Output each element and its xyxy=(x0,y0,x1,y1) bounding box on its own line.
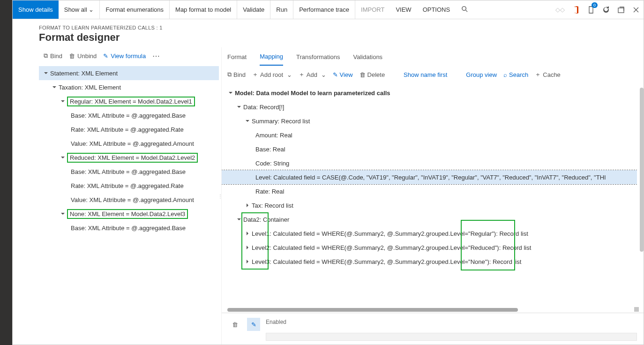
cmd-validate[interactable]: Validate xyxy=(237,0,270,19)
close-icon[interactable] xyxy=(629,0,644,19)
tree-node[interactable]: Rate: XML Attribute = @.aggregated.Rate xyxy=(39,179,219,193)
bind-button[interactable]: ⧉Bind xyxy=(227,71,246,78)
tree-node-level1[interactable]: Level1: Calculated field = WHERE(@.Summa… xyxy=(222,226,637,240)
tree-node-level[interactable]: Level: Calculated field = CASE(@.Code, "… xyxy=(222,170,637,184)
plus-icon: ＋ xyxy=(299,70,305,79)
tree-node-tax[interactable]: Tax: Record list xyxy=(222,198,637,212)
chevron-down-icon: ⌄ xyxy=(89,6,94,13)
bind-button[interactable]: ⧉Bind xyxy=(44,52,62,60)
cmd-options[interactable]: OPTIONS xyxy=(417,0,456,19)
tab-format[interactable]: Format xyxy=(227,49,247,65)
tree-node[interactable]: Base: XML Attribute = @.aggregated.Base xyxy=(39,221,219,235)
tree-node-reduced[interactable]: Reduced: XML Element = Model.Data2.Level… xyxy=(39,150,219,165)
tree-node-none[interactable]: None: XML Element = Model.Data2.Level3 xyxy=(39,207,219,221)
add-button[interactable]: ＋Add ⌄ xyxy=(299,70,326,79)
collapse-icon[interactable] xyxy=(42,71,50,75)
tab-transformations[interactable]: Transformations xyxy=(296,49,340,65)
horizontal-scrollbar[interactable] xyxy=(227,308,518,312)
tree-node[interactable]: Base: Real xyxy=(222,142,637,156)
tree-node[interactable]: Value: XML Attribute = @.aggregated.Amou… xyxy=(39,193,219,207)
edit-detail-button[interactable]: ✎ xyxy=(247,318,260,331)
show-name-first-button[interactable]: Show name first xyxy=(404,71,447,78)
tree-node[interactable]: Value: XML Attribute = @.aggregated.Amou… xyxy=(39,136,219,150)
tree-node-level3[interactable]: Level3: Calculated field = WHERE(@.Summa… xyxy=(222,255,637,269)
add-root-button[interactable]: ＋Add root ⌄ xyxy=(252,70,292,79)
collapse-icon[interactable] xyxy=(235,105,243,109)
enabled-input[interactable] xyxy=(266,333,637,341)
cache-button[interactable]: ＋Cache xyxy=(535,70,561,79)
expand-icon[interactable] xyxy=(243,231,252,236)
plus-icon: ＋ xyxy=(535,70,541,79)
expand-icon[interactable] xyxy=(243,259,252,264)
cmd-show-details[interactable]: Show details xyxy=(13,0,59,19)
view-button[interactable]: ✎View xyxy=(333,71,353,78)
trash-icon: 🗑 xyxy=(359,71,366,78)
pencil-icon: ✎ xyxy=(103,52,108,60)
plus-icon: ＋ xyxy=(252,70,258,79)
collapse-icon[interactable] xyxy=(243,119,252,123)
delete-button[interactable]: 🗑Delete xyxy=(359,71,385,78)
mapping-panel: Format Mapping Transformations Validatio… xyxy=(221,47,644,345)
expand-icon[interactable] xyxy=(243,203,252,208)
collapse-icon[interactable] xyxy=(59,155,67,160)
cmd-search[interactable] xyxy=(456,0,474,19)
page-header: FORMAT TO LEARN PARAMETERIZED CALLS : 1 … xyxy=(13,19,644,47)
tree-node-taxation[interactable]: Taxation: XML Element xyxy=(39,80,219,94)
search-button[interactable]: ⌕Search xyxy=(503,71,528,78)
collapse-icon[interactable] xyxy=(226,90,235,95)
tree-node[interactable]: Rate: Real xyxy=(222,184,637,198)
format-toolbar: ⧉Bind 🗑Unbind ✎View formula ⋯ xyxy=(39,47,219,64)
cmd-performance-trace[interactable]: Performance trace xyxy=(293,0,355,19)
tree-node-data[interactable]: Data: Record[!] xyxy=(222,100,637,114)
collapse-icon[interactable] xyxy=(50,85,59,90)
svg-rect-2 xyxy=(618,8,624,13)
svg-line-1 xyxy=(466,10,468,12)
attach-icon[interactable]: ◇◇ xyxy=(552,0,569,19)
link-icon: ⧉ xyxy=(227,71,232,78)
tree-node[interactable]: Base: XML Attribute = @.aggregated.Base xyxy=(39,108,219,122)
view-formula-button[interactable]: ✎View formula xyxy=(103,52,146,60)
vertical-scrollbar[interactable] xyxy=(640,88,644,252)
task-recorder-icon[interactable]: 0 xyxy=(584,0,599,19)
unbind-button[interactable]: 🗑Unbind xyxy=(69,52,97,60)
cmd-run[interactable]: Run xyxy=(270,0,293,19)
search-icon xyxy=(461,6,468,14)
mapping-toolbar: ⧉Bind ＋Add root ⌄ ＋Add ⌄ ✎View 🗑Delete S… xyxy=(222,66,644,83)
tree-node-model[interactable]: Model: Data model Model to learn paramet… xyxy=(222,86,637,100)
left-rail xyxy=(0,0,12,345)
tree-node[interactable]: Rate: XML Attribute = @.aggregated.Rate xyxy=(39,122,219,136)
details-footer: 🗑 ✎ Enabled xyxy=(222,313,644,345)
command-bar: Show details Show all ⌄ Format enumerati… xyxy=(13,0,644,19)
cmd-format-enumerations[interactable]: Format enumerations xyxy=(100,0,170,19)
enabled-label: Enabled xyxy=(266,318,637,325)
tree-node-regular[interactable]: Regular: XML Element = Model.Data2.Level… xyxy=(39,94,219,108)
mapping-tabs: Format Mapping Transformations Validatio… xyxy=(222,47,644,66)
delete-detail-button[interactable]: 🗑 xyxy=(228,318,241,331)
cmd-show-all[interactable]: Show all ⌄ xyxy=(59,0,100,19)
expand-icon[interactable] xyxy=(243,245,252,250)
office-icon[interactable] xyxy=(569,0,584,19)
page-title: Format designer xyxy=(39,31,634,44)
tree-node-level2[interactable]: Level2: Calculated field = WHERE(@.Summa… xyxy=(222,240,637,255)
svg-point-0 xyxy=(462,6,466,10)
format-tree[interactable]: Statement: XML Element Taxation: XML Ele… xyxy=(39,64,219,345)
refresh-icon[interactable] xyxy=(599,0,614,19)
open-new-window-icon[interactable] xyxy=(614,0,629,19)
cmd-map-format-to-model[interactable]: Map format to model xyxy=(170,0,237,19)
cmd-view[interactable]: VIEW xyxy=(390,0,417,19)
collapse-icon[interactable] xyxy=(59,99,67,104)
tree-node[interactable]: Amount: Real xyxy=(222,128,637,142)
tree-node[interactable]: Code: String xyxy=(222,156,637,170)
tree-node-summary[interactable]: Summary: Record list xyxy=(222,114,637,128)
tree-node-data2[interactable]: Data2: Container xyxy=(222,212,637,226)
more-button[interactable]: ⋯ xyxy=(152,52,160,60)
tree-node-statement[interactable]: Statement: XML Element xyxy=(39,66,219,80)
collapse-icon[interactable] xyxy=(235,217,243,222)
tab-validations[interactable]: Validations xyxy=(353,49,382,65)
group-view-button[interactable]: Group view xyxy=(466,71,497,78)
tab-mapping[interactable]: Mapping xyxy=(260,48,283,66)
collapse-icon[interactable] xyxy=(59,211,67,216)
tree-node[interactable]: Base: XML Attribute = @.aggregated.Base xyxy=(39,165,219,179)
search-icon: ⌕ xyxy=(503,71,507,78)
mapping-tree[interactable]: Model: Data model Model to learn paramet… xyxy=(222,83,637,307)
